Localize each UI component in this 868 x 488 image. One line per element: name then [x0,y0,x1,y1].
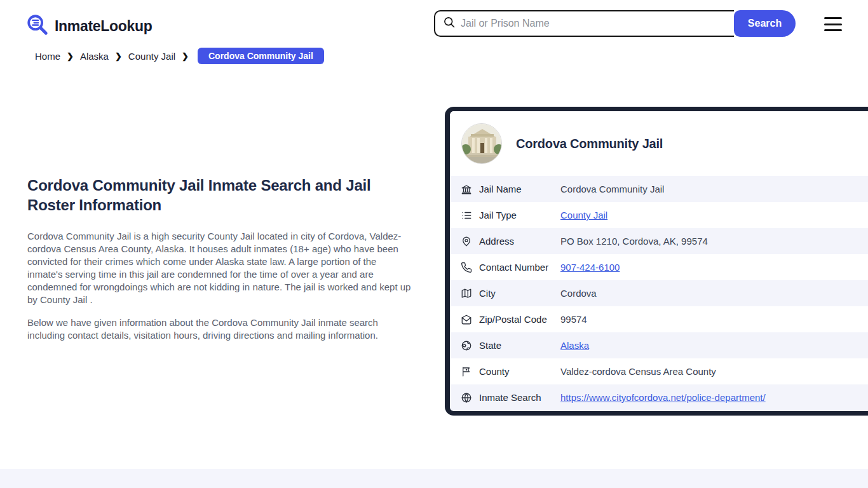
row-label: Jail Name [479,184,560,194]
row-value: https://www.cityofcordova.net/police-dep… [560,392,766,403]
row-label: Contact Number [479,262,560,273]
phone-icon [461,262,472,273]
table-row: State Alaska [450,332,868,358]
table-row: Jail Name Cordova Community Jail [450,176,868,202]
footer-strip [0,469,868,488]
chevron-right-icon: ❯ [67,51,74,61]
row-value-link[interactable]: https://www.cityofcordova.net/police-dep… [560,392,766,403]
row-label: Address [479,236,560,247]
jail-info-card: Cordova Community Jail Jail Name Cordova… [445,107,868,416]
search-bar: Search [434,10,796,37]
row-value: County Jail [560,210,607,220]
table-row: Contact Number 907-424-6100 [450,254,868,280]
info-paragraph: Below we have given information about th… [27,316,414,342]
chevron-right-icon: ❯ [115,51,122,61]
table-row: County Valdez-cordova Census Area County [450,358,868,384]
magnifier-list-icon [25,13,50,39]
search-button[interactable]: Search [734,10,796,37]
row-label: Jail Type [479,210,560,220]
bank-icon [461,184,472,195]
globe-icon [461,392,472,403]
row-value: Cordova Community Jail [560,184,664,194]
row-label: Inmate Search [479,392,560,403]
breadcrumb-county-jail[interactable]: County Jail [128,51,175,62]
jail-card-title: Cordova Community Jail [516,137,663,151]
row-value-link[interactable]: County Jail [560,210,607,220]
row-value: Alaska [560,340,589,351]
flag-icon [461,366,472,377]
menu-icon[interactable] [824,17,842,31]
map-pin-icon [461,236,472,247]
list-icon [461,210,472,221]
mail-icon [461,314,472,325]
row-label: Zip/Postal Code [479,314,560,325]
table-row: Jail Type County Jail [450,202,868,228]
breadcrumb: Home ❯ Alaska ❯ County Jail ❯ Cordova Co… [35,48,324,64]
search-input[interactable] [461,18,726,29]
map-icon [461,288,472,299]
table-row: Inmate Search https://www.cityofcordova.… [450,384,868,410]
page-title: Cordova Community Jail Inmate Search and… [27,175,383,215]
breadcrumb-current-badge: Cordova Community Jail [198,48,324,64]
row-label: State [479,340,560,351]
breadcrumb-alaska[interactable]: Alaska [80,51,109,62]
row-value-link[interactable]: 907-424-6100 [560,262,620,273]
table-row: Zip/Postal Code 99574 [450,306,868,332]
jail-photo [461,123,502,164]
brand-name: InmateLookup [55,18,153,35]
intro-paragraph: Cordova Community Jail is a high securit… [27,230,414,306]
search-input-box[interactable] [434,10,734,37]
row-value: Valdez-cordova Census Area County [560,366,716,377]
jail-card-header: Cordova Community Jail [450,111,868,176]
brand-logo[interactable]: InmateLookup [25,13,153,39]
row-value: 99574 [560,314,587,325]
breadcrumb-home[interactable]: Home [35,51,60,62]
row-label: County [479,366,560,377]
article: Cordova Community Jail Inmate Search and… [27,175,414,352]
search-icon [443,16,456,31]
row-label: City [479,288,560,299]
table-row: Address PO Box 1210, Cordova, AK, 99574 [450,228,868,254]
row-value: Cordova [560,288,597,299]
table-row: City Cordova [450,280,868,306]
jail-info-table: Jail Name Cordova Community Jail Jail Ty… [450,176,868,410]
earth-icon [461,340,472,351]
row-value: 907-424-6100 [560,262,620,273]
row-value-link[interactable]: Alaska [560,340,589,351]
row-value: PO Box 1210, Cordova, AK, 99574 [560,236,708,247]
chevron-right-icon: ❯ [182,51,189,61]
